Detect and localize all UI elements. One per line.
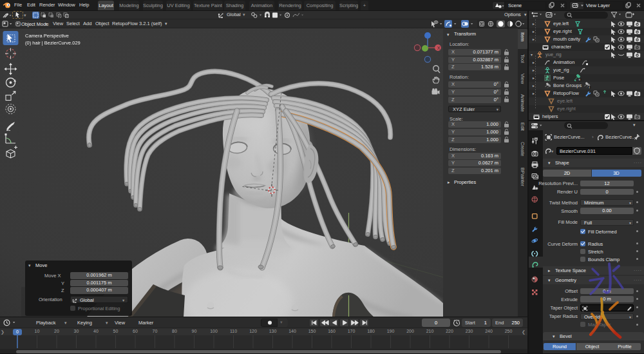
svg-text:B: B [579,78,581,81]
svg-text:X: X [437,46,440,50]
